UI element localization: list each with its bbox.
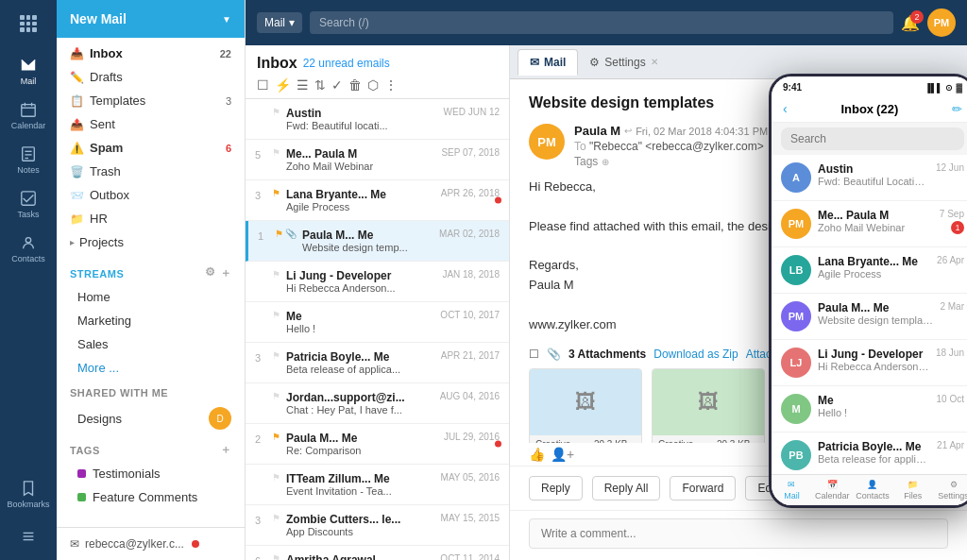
calendar-nav-icon[interactable]: Calendar <box>0 95 57 136</box>
email-list-item[interactable]: 3 ⚑ Lana Bryante... Me Agile Process APR… <box>246 180 509 221</box>
phone-nav-settings[interactable]: ⚙Settings <box>933 480 967 501</box>
attach-icon: 📎 <box>547 348 561 361</box>
phone-back-button[interactable]: ‹ <box>783 101 788 116</box>
email-list-item[interactable]: ⚑ Li Jung - Developer Hi Rebecca Anderso… <box>246 262 509 302</box>
bookmarks-nav-label: Bookmarks <box>7 500 49 509</box>
email-list-item[interactable]: ⚑ Jordan...support@zi... Chat : Hey Pat,… <box>246 383 509 424</box>
email-list-item[interactable]: 6 ⚑ Amritha Agrawal... Blog for the Be..… <box>246 546 509 560</box>
email-list-item[interactable]: 2 ⚑ Paula M... Me Re: Comparison JUL 29,… <box>246 424 509 465</box>
flag-empty: ⚑ <box>272 147 280 158</box>
phone-email-item[interactable]: M Me Hello ! 10 Oct <box>772 386 967 433</box>
attachment-item[interactable]: 🖼 Creative 2.png 20.3 KB ⊕ <box>652 368 765 443</box>
phone-search-input[interactable] <box>781 127 964 150</box>
reply-input[interactable] <box>529 518 948 549</box>
email-list-item[interactable]: ⚑ Me Hello ! OCT 10, 2017 <box>246 302 509 343</box>
search-scope-selector[interactable]: Mail ▾ <box>257 12 302 33</box>
phone-nav-mail[interactable]: ✉Mail <box>772 480 812 501</box>
email-list-item[interactable]: 3 ⚑ Zombie Cutters... le... App Discount… <box>246 505 509 546</box>
tab-mail[interactable]: ✉ Mail <box>517 49 578 76</box>
sort-icon[interactable]: ⇅ <box>314 77 326 93</box>
sidebar-item-trash[interactable]: 🗑️ Trash <box>57 160 245 183</box>
add-reaction-icon[interactable]: 👤+ <box>551 447 574 462</box>
phone-email-item[interactable]: PM Me... Paula M Zoho Mail Webinar 7 Sep… <box>772 201 967 247</box>
delete-icon[interactable]: 🗑 <box>348 77 362 93</box>
phone-email-item[interactable]: A Austin Fwd: Beautiful Locations 12 Jun <box>772 155 967 201</box>
phone-email-item[interactable]: LJ Li Jung - Developer Hi Rebecca Anders… <box>772 340 967 386</box>
archive-icon[interactable]: ⬡ <box>367 77 379 93</box>
email-list-item[interactable]: ⚑ ITTeam Zillum... Me Event Invitation -… <box>246 465 509 505</box>
templates-icon: 📋 <box>70 94 84 108</box>
attach-count: 3 Attachments <box>568 348 646 361</box>
phone-email-item[interactable]: PM Paula M... Me Website design template… <box>772 294 967 340</box>
email-list-item[interactable]: 5 ⚑ Me... Paula M Zoho Mail Webinar SEP … <box>246 140 509 180</box>
sidebar-shared-designs[interactable]: Designs D <box>57 402 245 434</box>
reply-button[interactable]: Reply <box>529 476 583 501</box>
email-list-item[interactable]: 3 ⚑ Patricia Boyle... Me Beta release of… <box>246 343 509 383</box>
checkbox-attach[interactable]: ☐ <box>529 348 539 361</box>
sidebar-item-drafts[interactable]: ✏️ Drafts <box>57 65 245 89</box>
notes-nav-icon[interactable]: Notes <box>0 140 57 180</box>
row-icons: ⚑ <box>272 432 280 442</box>
tags-add-icon[interactable]: ＋ <box>220 442 232 458</box>
attachment-item[interactable]: 🖼 Creative 1.png 20.3 KB ⊕ <box>529 368 642 443</box>
email-num: 3 <box>255 513 266 526</box>
contacts-nav-icon[interactable]: Contacts <box>0 229 57 269</box>
row-content: Austin Fwd: Beautiful locati... <box>286 107 438 131</box>
sidebar-stream-sales[interactable]: Sales <box>57 332 245 356</box>
email-list-item[interactable]: 1 ⚑ 📎 Paula M... Me Website design temp.… <box>246 221 509 262</box>
new-mail-chevron: ▼ <box>222 14 231 25</box>
sidebar-item-spam[interactable]: ⚠️ Spam 6 <box>57 136 245 160</box>
outbox-icon: 📨 <box>70 189 84 202</box>
mark-read-icon[interactable]: ✓ <box>331 77 343 93</box>
apps-icon[interactable] <box>0 9 57 38</box>
sidebar-item-hr[interactable]: 📁 HR <box>57 207 245 230</box>
search-input[interactable] <box>310 11 893 34</box>
bookmarks-nav-icon[interactable]: Bookmarks <box>0 474 57 515</box>
settings-tab-close[interactable]: ✕ <box>651 57 658 67</box>
forward-button[interactable]: Forward <box>670 476 736 501</box>
like-icon[interactable]: 👍 <box>529 447 545 462</box>
phone-email-item[interactable]: LB Lana Bryante... Me Agile Process 26 A… <box>772 247 967 294</box>
list-view-icon[interactable]: ☰ <box>297 77 309 93</box>
user-avatar[interactable]: PM <box>927 8 956 37</box>
phone-avatar: PM <box>781 301 811 331</box>
phone-nav-files[interactable]: 📁Files <box>892 480 933 501</box>
download-zip-link[interactable]: Download as Zip <box>653 348 738 361</box>
reply-all-button[interactable]: Reply All <box>592 476 661 501</box>
email-list-item[interactable]: ⚑ Austin Fwd: Beautiful locati... WED JU… <box>246 99 509 140</box>
row-date: JAN 18, 2018 <box>442 269 500 280</box>
row-icons: ⚑ <box>272 472 280 483</box>
sidebar-item-sent[interactable]: 📤 Sent <box>57 112 245 136</box>
mail-nav-icon[interactable]: Mail <box>0 51 57 92</box>
unread-count[interactable]: 22 unread emails <box>303 57 390 70</box>
email-num: 6 <box>255 553 266 560</box>
sidebar-stream-marketing[interactable]: Marketing <box>57 309 245 332</box>
streams-filter-icon[interactable]: ⚙ <box>205 265 216 281</box>
sidebar-stream-home[interactable]: Home <box>57 285 245 309</box>
phone-email-content: Li Jung - Developer Hi Rebecca Anderson,… <box>818 348 929 372</box>
row-subject: Re: Comparison <box>286 445 438 456</box>
notifications-button[interactable]: 🔔 2 <box>901 14 920 32</box>
streams-add-icon[interactable]: ＋ <box>220 265 232 281</box>
sidebar-tag-testimonials[interactable]: Testimonials <box>57 462 245 485</box>
sidebar-item-projects[interactable]: Projects <box>57 230 245 254</box>
more-icon[interactable]: ⋮ <box>384 77 398 93</box>
phone-email-item[interactable]: PB Patricia Boyle... Me Beta release for… <box>772 433 967 474</box>
tags-add-icon[interactable]: ⊕ <box>602 157 609 167</box>
flag-icon: ⚑ <box>275 229 283 239</box>
sidebar-tag-feature-comments[interactable]: Feature Comments <box>57 485 245 509</box>
phone-nav-contacts[interactable]: 👤Contacts <box>853 480 893 501</box>
sidebar-stream-more[interactable]: More ... <box>57 356 245 380</box>
sidebar-item-inbox[interactable]: 📥 Inbox 22 <box>57 42 245 65</box>
tasks-nav-icon[interactable]: Tasks <box>0 184 57 225</box>
phone-edit-button[interactable]: ✏ <box>952 102 962 116</box>
sidebar-item-outbox[interactable]: 📨 Outbox <box>57 183 245 207</box>
phone-nav-calendar[interactable]: 📅Calendar <box>812 480 853 501</box>
new-mail-button[interactable]: New Mail ▼ <box>57 0 245 38</box>
tab-settings[interactable]: ⚙ Settings ✕ <box>578 50 669 75</box>
phone-avatar: M <box>781 394 811 424</box>
sidebar-item-templates[interactable]: 📋 Templates 3 <box>57 89 245 112</box>
checkbox-icon[interactable]: ☐ <box>257 77 269 93</box>
collapse-icon[interactable] <box>0 522 57 551</box>
filter-icon[interactable]: ⚡ <box>275 77 291 93</box>
